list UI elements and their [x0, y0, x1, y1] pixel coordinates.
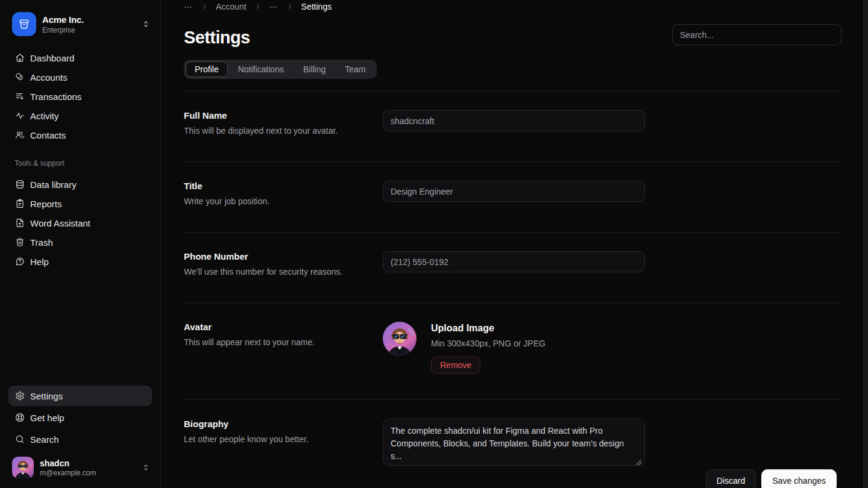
title-description: Write your job position.	[184, 196, 383, 206]
trash-icon	[15, 237, 25, 247]
search-input[interactable]	[672, 24, 841, 45]
footer-nav: Settings Get help Search	[0, 386, 160, 451]
sidebar-item-trash[interactable]: Trash	[8, 233, 152, 252]
tab-profile[interactable]: Profile	[186, 61, 228, 77]
sidebar-item-label: Accounts	[30, 72, 68, 83]
full-name-description: This will be displayed next to your avat…	[184, 126, 383, 136]
title-row: Title Write your job position.	[184, 162, 841, 233]
chevron-right-icon	[286, 2, 294, 11]
biography-description: Let other people know you better.	[184, 434, 383, 444]
pulse-icon	[15, 111, 25, 120]
full-name-row: Full Name This will be displayed next to…	[184, 92, 841, 162]
primary-nav: Dashboard Accounts Transactions Activity…	[0, 46, 160, 145]
user-name: shadcn	[40, 458, 135, 468]
sidebar-item-accounts[interactable]: Accounts	[8, 67, 152, 87]
sidebar-item-label: Reports	[30, 199, 62, 209]
tab-team[interactable]: Team	[336, 61, 374, 77]
tools-nav: Data library Reports Word Assistant Tras…	[0, 172, 160, 271]
sidebar-item-label: Data library	[30, 180, 77, 190]
sidebar-item-label: Word Assistant	[30, 218, 90, 228]
chevron-right-icon	[200, 2, 209, 11]
upload-image-hint: Min 300x430px, PNG or JPEG	[431, 339, 546, 348]
discard-button[interactable]: Discard	[706, 469, 756, 488]
phone-row: Phone Number We’ll use this number for s…	[184, 233, 841, 303]
org-logo	[12, 12, 36, 36]
full-name-field[interactable]	[383, 110, 645, 131]
sidebar-item-label: Get help	[30, 413, 64, 423]
user-menu[interactable]: shadcn m@example.com	[0, 451, 160, 488]
sidebar-item-label: Help	[30, 257, 49, 267]
archive-icon	[18, 18, 30, 30]
scrollbar[interactable]	[863, 0, 868, 488]
tools-section-label: Tools & support	[0, 145, 160, 172]
full-name-label: Full Name	[184, 110, 383, 120]
form-actions: Discard Save changes	[706, 469, 837, 488]
gear-icon	[15, 391, 25, 401]
sidebar-item-transactions[interactable]: Transactions	[8, 87, 152, 106]
sidebar-item-activity[interactable]: Activity	[8, 106, 152, 125]
org-plan: Enterprise	[42, 26, 135, 34]
sidebar-item-help[interactable]: Help	[8, 252, 152, 271]
sidebar-item-data-library[interactable]: Data library	[8, 175, 152, 194]
phone-field[interactable]	[383, 251, 645, 272]
breadcrumb: ⋯ Account ⋯ Settings	[184, 0, 841, 12]
magnifier-icon	[15, 434, 25, 444]
tab-notifications[interactable]: Notifications	[229, 61, 293, 77]
sidebar-item-contacts[interactable]: Contacts	[8, 125, 152, 145]
database-icon	[15, 180, 25, 189]
sidebar-item-label: Search	[30, 434, 59, 445]
sidebar-item-label: Settings	[30, 391, 63, 401]
user-avatar	[12, 457, 34, 478]
phone-label: Phone Number	[184, 251, 383, 261]
breadcrumb-ellipsis[interactable]: ⋯	[184, 2, 193, 11]
chevron-right-icon	[254, 2, 262, 11]
sidebar-item-label: Dashboard	[30, 53, 74, 63]
sidebar-item-label: Contacts	[30, 130, 66, 140]
tab-billing[interactable]: Billing	[294, 61, 335, 77]
biography-row: Biography Let other people know you bett…	[184, 400, 841, 468]
sidebar-item-label: Transactions	[30, 92, 81, 102]
biography-field[interactable]: The complete shadcn/ui kit for Figma and…	[383, 419, 645, 466]
settings-page: Acme Inc. Enterprise Dashboard Accounts …	[0, 0, 868, 488]
breadcrumb-current: Settings	[301, 2, 332, 11]
help-bubble-icon	[15, 257, 25, 266]
remove-avatar-button[interactable]: Remove	[431, 357, 480, 374]
resize-handle-icon[interactable]	[635, 457, 642, 464]
sidebar-item-label: Activity	[30, 111, 59, 121]
settings-tabs: Profile Notifications Billing Team	[184, 60, 377, 79]
sidebar-item-search[interactable]: Search	[8, 429, 152, 449]
org-name: Acme Inc.	[42, 14, 135, 25]
users-icon	[15, 130, 25, 140]
title-label: Title	[184, 181, 383, 191]
sidebar-item-label: Trash	[30, 237, 53, 248]
sidebar-item-settings[interactable]: Settings	[8, 386, 152, 406]
org-switcher[interactable]: Acme Inc. Enterprise	[0, 0, 160, 46]
coins-icon	[15, 72, 25, 82]
main-content: ⋯ Account ⋯ Settings Settings Profile No…	[161, 0, 863, 488]
sidebar-item-word-assistant[interactable]: Word Assistant	[8, 213, 152, 233]
lifebuoy-icon	[15, 413, 25, 422]
chevrons-up-down-icon	[141, 19, 151, 29]
job-title-field[interactable]	[383, 181, 645, 202]
biography-label: Biography	[184, 419, 383, 429]
user-email: m@example.com	[40, 469, 135, 477]
avatar-label: Avatar	[184, 322, 383, 332]
file-type-icon	[15, 218, 25, 228]
avatar-description: This will appear next to your name.	[184, 337, 383, 347]
avatar-row: Avatar This will appear next to your nam…	[184, 303, 841, 400]
list-arrow-icon	[15, 92, 25, 101]
sidebar-item-get-help[interactable]: Get help	[8, 407, 152, 428]
house-icon	[15, 53, 25, 63]
breadcrumb-ellipsis[interactable]: ⋯	[269, 2, 278, 11]
breadcrumb-account[interactable]: Account	[216, 2, 247, 11]
avatar-preview	[383, 322, 417, 355]
sidebar: Acme Inc. Enterprise Dashboard Accounts …	[0, 0, 161, 488]
save-changes-button[interactable]: Save changes	[761, 469, 837, 488]
phone-description: We’ll use this number for security reaso…	[184, 267, 383, 277]
sidebar-item-reports[interactable]: Reports	[8, 194, 152, 213]
sidebar-item-dashboard[interactable]: Dashboard	[8, 48, 152, 67]
upload-image-title[interactable]: Upload Image	[431, 322, 546, 334]
chevrons-up-down-icon	[141, 463, 151, 472]
clipboard-icon	[15, 199, 25, 208]
